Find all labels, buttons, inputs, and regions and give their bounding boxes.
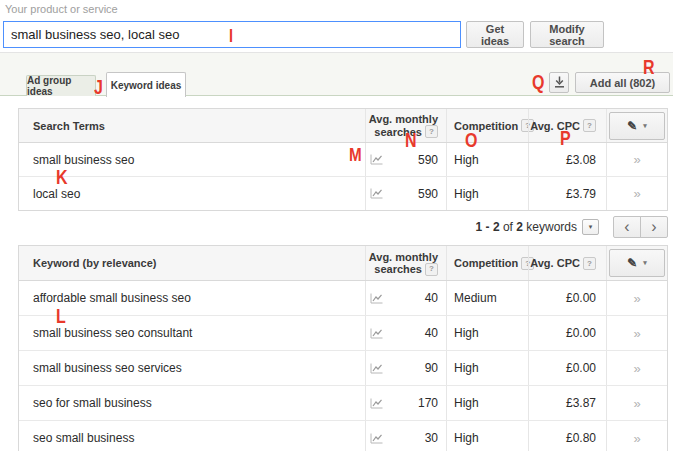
keyword-cell: small business seo: [19, 143, 365, 176]
searches-value: 590: [418, 153, 438, 167]
add-to-plan-chevron[interactable]: »: [633, 396, 640, 411]
col-competition: Competition ?: [446, 246, 528, 280]
trend-chart-icon[interactable]: [370, 363, 383, 374]
keyword-cell: affordable small business seo: [19, 281, 365, 315]
competition-value: High: [446, 177, 528, 210]
keyword-cell: seo for small business: [19, 386, 365, 420]
table-row: local seo 590 High £3.79 »: [19, 177, 667, 210]
add-to-plan-chevron[interactable]: »: [633, 361, 640, 376]
table-row: seo for small business 170 High £3.87 »: [19, 386, 667, 421]
chevron-down-icon: ▾: [643, 259, 647, 267]
help-icon[interactable]: ?: [583, 119, 596, 132]
annotation-letter-n: N: [405, 130, 417, 150]
annotation-letter-j: J: [94, 77, 103, 97]
add-to-plan-chevron[interactable]: »: [633, 152, 640, 167]
col-avg-cpc-label: Avg. CPC: [530, 257, 580, 269]
add-to-plan-chevron[interactable]: »: [633, 186, 640, 201]
add-to-plan-chevron[interactable]: »: [633, 326, 640, 341]
keyword-cell: seo small business: [19, 421, 365, 451]
annotation-letter-k: K: [56, 167, 68, 187]
help-icon[interactable]: ?: [425, 263, 438, 276]
cpc-value: £0.00: [528, 316, 606, 350]
searches-value: 40: [425, 326, 438, 340]
col-avg-monthly-searches: Avg. monthly searches ?: [365, 246, 446, 280]
keyword-ideas-table: Keyword (by relevance) Avg. monthly sear…: [18, 245, 668, 451]
annotation-letter-i: I: [229, 27, 233, 45]
searches-value: 590: [418, 187, 438, 201]
keyword-cell: small business seo consultant: [19, 316, 365, 350]
pencil-icon: ✎: [627, 119, 637, 133]
annotation-letter-l: L: [56, 306, 66, 326]
competition-value: High: [446, 143, 528, 176]
annotation-letter-q: Q: [532, 72, 544, 92]
searches-value: 90: [425, 361, 438, 375]
add-all-button[interactable]: Add all (802): [575, 72, 670, 93]
cpc-value: £3.87: [528, 386, 606, 420]
next-page-button[interactable]: ›: [640, 216, 668, 238]
edit-columns-button[interactable]: ✎ ▾: [609, 249, 665, 277]
trend-chart-icon[interactable]: [370, 188, 383, 199]
col-competition-label: Competition: [454, 257, 518, 269]
cpc-value: £0.00: [528, 281, 606, 315]
competition-value: High: [446, 351, 528, 385]
cpc-value: £3.79: [528, 177, 606, 210]
page-range: 1 - 2: [476, 220, 500, 234]
trend-chart-icon[interactable]: [370, 154, 383, 165]
col-searches-line2: searches: [374, 263, 422, 275]
trend-chart-icon[interactable]: [370, 398, 383, 409]
trend-chart-icon[interactable]: [370, 328, 383, 339]
table-row: small business seo services 90 High £0.0…: [19, 351, 667, 386]
tab-ad-group-ideas-label: Ad group ideas: [27, 75, 95, 97]
pencil-icon: ✎: [627, 256, 637, 270]
tab-keyword-ideas-label: Keyword ideas: [111, 80, 182, 91]
col-avg-cpc-label: Avg. CPC: [530, 120, 580, 132]
table-row: affordable small business seo 40 Medium …: [19, 281, 667, 316]
searches-value: 40: [425, 291, 438, 305]
searches-value: 30: [425, 431, 438, 445]
annotation-letter-m: M: [349, 145, 362, 164]
annotation-letter-p: P: [560, 128, 571, 148]
page-total: 2: [516, 220, 523, 234]
page-size-dropdown[interactable]: ▾: [582, 219, 599, 235]
prev-page-button[interactable]: ‹: [613, 216, 641, 238]
add-to-plan-chevron[interactable]: »: [633, 291, 640, 306]
edit-columns-button[interactable]: ✎ ▾: [609, 112, 665, 140]
search-terms-title: Search Terms: [19, 109, 365, 142]
product-service-label: Your product or service: [5, 3, 118, 15]
competition-value: High: [446, 421, 528, 451]
keyword-ideas-header-row: Keyword (by relevance) Avg. monthly sear…: [19, 246, 667, 281]
modify-search-button[interactable]: Modify search: [530, 21, 604, 48]
col-competition: Competition ?: [446, 109, 528, 142]
chevron-right-icon: ›: [651, 218, 656, 236]
help-icon[interactable]: ?: [583, 257, 596, 270]
pagination-bar: 1 - 2 of 2 keywords ▾ ‹ ›: [18, 214, 668, 240]
trend-chart-icon[interactable]: [370, 433, 383, 444]
pagination-unit: keywords: [526, 220, 577, 234]
download-icon: [554, 76, 565, 90]
annotation-letter-r: R: [643, 57, 655, 77]
download-button[interactable]: [549, 72, 569, 93]
get-ideas-button[interactable]: Get ideas: [466, 21, 524, 48]
annotation-letter-o: O: [465, 130, 477, 150]
col-searches-line1: Avg. monthly: [369, 113, 438, 125]
search-terms-table: Search Terms Avg. monthly searches ? Com…: [18, 108, 668, 211]
tab-keyword-ideas[interactable]: Keyword ideas: [106, 72, 186, 97]
help-icon[interactable]: ?: [425, 125, 438, 138]
table-row: small business seo consultant 40 High £0…: [19, 316, 667, 351]
pagination-of: of: [503, 220, 513, 234]
add-to-plan-chevron[interactable]: »: [633, 431, 640, 446]
chevron-down-icon: ▾: [589, 223, 593, 231]
searches-value: 170: [418, 396, 438, 410]
competition-value: High: [446, 316, 528, 350]
col-avg-cpc: Avg. CPC ?: [528, 246, 606, 280]
competition-value: High: [446, 386, 528, 420]
col-searches-line1: Avg. monthly: [369, 251, 438, 263]
cpc-value: £0.00: [528, 351, 606, 385]
keyword-cell: small business seo services: [19, 351, 365, 385]
keyword-cell: local seo: [19, 177, 365, 210]
cpc-value: £0.80: [528, 421, 606, 451]
trend-chart-icon[interactable]: [370, 293, 383, 304]
chevron-down-icon: ▾: [643, 122, 647, 130]
keyword-ideas-title: Keyword (by relevance): [19, 246, 365, 280]
tab-ad-group-ideas[interactable]: Ad group ideas: [26, 75, 96, 96]
